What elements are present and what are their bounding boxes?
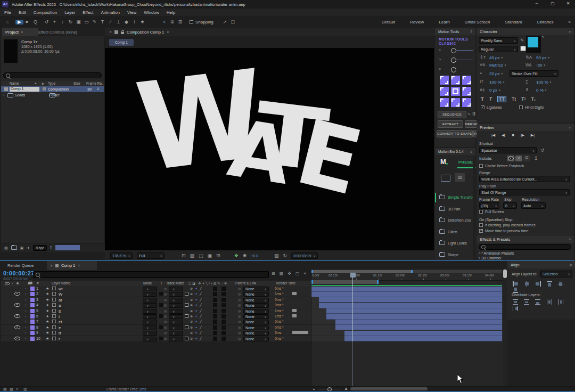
exposure-value[interactable]: +0.0 xyxy=(251,254,258,258)
collapse-icon[interactable]: ⊕ xyxy=(190,325,193,329)
stop-button[interactable]: ■ xyxy=(512,133,514,137)
frame-rate-dropdown[interactable]: (30) xyxy=(479,202,499,209)
timeline-hscrollbar-thumb[interactable] xyxy=(350,387,428,390)
browse-folder-icon[interactable] xyxy=(441,175,450,182)
zoom-in-timeline-icon[interactable]: ▲ xyxy=(344,387,348,391)
preset-item-3d-pan[interactable]: 3D Pan xyxy=(439,207,460,211)
preset-item-glitch[interactable]: Glitch xyxy=(439,230,457,234)
align-left-button[interactable] xyxy=(513,281,519,288)
panel-menu-icon[interactable]: ≡ xyxy=(470,150,472,153)
menu-edit[interactable]: Edit xyxy=(19,10,26,15)
expand-icon[interactable]: › xyxy=(3,93,4,96)
eyedropper-icon[interactable]: ✎ xyxy=(520,38,524,43)
quality-icon[interactable]: ╱ xyxy=(200,337,202,340)
bit-depth-button[interactable]: 8 bpc xyxy=(33,245,47,251)
eraser-tool-icon[interactable]: ◆ xyxy=(122,20,130,24)
align-top-button[interactable] xyxy=(547,281,553,288)
layer-row[interactable]: ›4★a◎⊕✦╱◎None0ms * xyxy=(1,303,311,308)
vscrollbar-thumb[interactable] xyxy=(503,270,507,278)
effects-icon[interactable]: ✦ xyxy=(195,292,198,296)
menu-window[interactable]: Window xyxy=(144,10,159,15)
selection-tool-icon[interactable]: ▶ xyxy=(15,20,23,24)
zoom-tool-icon[interactable]: Q xyxy=(31,20,39,24)
orbit-camera-tool-icon[interactable]: ↺ xyxy=(43,20,51,24)
parent-dropdown[interactable]: None xyxy=(243,292,269,297)
mode-column[interactable]: Mode xyxy=(143,281,152,285)
mode-dropdown[interactable] xyxy=(143,303,157,308)
font-style-dropdown[interactable]: Regular xyxy=(479,46,518,52)
layer-row[interactable]: ›10★r◎⊕✦╱◎None0ms * xyxy=(1,336,311,342)
shortcut-dropdown[interactable]: Spacebar xyxy=(479,147,537,153)
region-of-interest-icon[interactable]: ⊡ xyxy=(182,254,186,258)
hand-tool-icon[interactable]: ☛ xyxy=(23,20,31,24)
column-size[interactable]: Size xyxy=(73,81,80,85)
workspace-small-screen[interactable]: Small Screen xyxy=(465,20,490,24)
parent-pickwhip-icon[interactable]: ◎ xyxy=(238,314,241,318)
layer-duration-bar[interactable] xyxy=(311,292,502,297)
workspace-overflow-icon[interactable]: » xyxy=(569,20,571,24)
tracking-value[interactable]: -50▾ xyxy=(536,63,545,68)
distribute-top-button[interactable] xyxy=(513,299,519,306)
panel-menu-icon[interactable]: ≡ xyxy=(21,30,23,34)
layer-name[interactable]: tt xyxy=(59,309,61,314)
layer-duration-bar[interactable] xyxy=(344,331,502,336)
grid-icon[interactable]: ⊞ xyxy=(216,254,220,258)
mode-dropdown[interactable] xyxy=(143,314,157,319)
layer-name[interactable]: rt xyxy=(59,331,61,336)
render-time-column[interactable]: Render Time xyxy=(276,281,295,285)
tab-composition[interactable]: Composition Comp 1 xyxy=(127,30,164,35)
anchor-grid[interactable] xyxy=(440,76,472,108)
align-center-h-button[interactable] xyxy=(524,281,530,288)
trkmat-dropdown[interactable] xyxy=(169,298,183,303)
quality-icon[interactable]: ╱ xyxy=(200,314,202,318)
motion-bro-scrollbar[interactable] xyxy=(473,157,475,261)
trkmat-target-icon[interactable]: ◎ xyxy=(164,303,167,307)
all-caps-button[interactable]: TT xyxy=(497,96,506,102)
trkmat-dropdown[interactable] xyxy=(169,309,183,314)
trkmat-target-icon[interactable]: ◎ xyxy=(164,337,167,340)
parent-pickwhip-icon[interactable]: ◎ xyxy=(238,325,241,329)
quality-icon[interactable]: ╱ xyxy=(200,320,202,323)
quality-icon[interactable]: ╱ xyxy=(200,292,202,296)
slider-knob[interactable] xyxy=(451,58,456,63)
comp-breadcrumb-button[interactable]: Comp 1 xyxy=(109,39,134,46)
collapse-icon[interactable]: ⊕ xyxy=(190,331,193,334)
motion-blur-icon[interactable]: ⌖ xyxy=(304,272,307,276)
tab-effect-controls[interactable]: Effect Controls (none) xyxy=(38,30,77,35)
audio-column-icon[interactable]: ♪ xyxy=(11,281,13,285)
pan-camera-tool-icon[interactable]: + xyxy=(51,20,59,24)
panel-menu-icon[interactable]: ≡ xyxy=(570,263,572,267)
pen-tool-icon[interactable]: ✎ xyxy=(91,20,98,24)
preview-thumb-icon[interactable]: ▨ xyxy=(455,173,465,182)
tab-render-queue[interactable]: Render Queue xyxy=(7,263,34,268)
exposure-icon[interactable]: ✺ xyxy=(243,254,247,258)
collapse-icon[interactable]: ⊕ xyxy=(190,314,193,318)
comp-flowchart-mini-icon[interactable]: ▤ xyxy=(3,387,7,391)
layer-row[interactable]: ›5★tt◎⊕✦╱◎None1ms * xyxy=(1,308,311,314)
parent-pickwhip-icon[interactable]: ◎ xyxy=(238,292,241,296)
comp-mini-flowchart-icon[interactable]: ⊞ xyxy=(272,272,275,276)
preset-item-distortion-zoom[interactable]: Distortion Zoo xyxy=(439,218,471,222)
frame-blending-icon[interactable]: ▢ xyxy=(295,272,300,276)
workspace-default[interactable]: Default xyxy=(382,20,395,24)
parent-dropdown[interactable]: None xyxy=(243,337,269,341)
align-right-button[interactable] xyxy=(535,281,541,288)
extract-button[interactable]: EXTRACT xyxy=(438,120,463,128)
convert-to-shape-button[interactable]: CONVERT TO SHAPE xyxy=(437,130,473,137)
vertical-scale-value[interactable]: 100 %▾ xyxy=(489,80,504,85)
collapse-icon[interactable]: ⊕ xyxy=(190,320,193,323)
effects-icon[interactable]: ✦ xyxy=(195,325,198,329)
quality-icon[interactable]: ╱ xyxy=(200,298,202,301)
layer-row[interactable]: ›1★wt◎⊕✦╱◎None0ms * xyxy=(1,286,311,292)
parent-pickwhip-icon[interactable]: ◎ xyxy=(238,303,241,307)
interpret-footage-icon[interactable]: ▤ xyxy=(4,246,8,250)
brush-tool-icon[interactable]: ∕ xyxy=(106,20,114,24)
layer-name[interactable]: et xyxy=(59,320,62,324)
baseline-shift-value[interactable]: 0 px▾ xyxy=(489,88,500,93)
hide-shy-layers-icon[interactable]: ✜ xyxy=(288,272,291,276)
faux-italic-button[interactable]: T xyxy=(489,96,492,102)
trkmat-dropdown[interactable] xyxy=(169,325,183,330)
trkmat-target-icon[interactable]: ◎ xyxy=(164,287,167,290)
tab-motion-bro[interactable]: Motion Bro 5.1.4 xyxy=(438,150,464,153)
new-folder-icon[interactable] xyxy=(11,246,17,250)
